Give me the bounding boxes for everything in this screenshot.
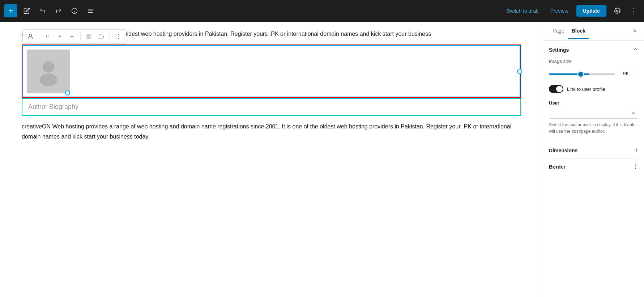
link-to-profile-label: Link to user profile [567, 86, 605, 92]
settings-collapse-button[interactable] [632, 46, 638, 54]
user-field-label: User [549, 100, 638, 106]
border-section-header[interactable]: Border ⋮ [549, 158, 638, 174]
image-size-label: Image size [549, 59, 638, 64]
user-section: User × Select the avatar user to display… [549, 100, 638, 135]
redo-button[interactable] [52, 4, 65, 17]
toolbar-separator-2 [80, 32, 81, 41]
undo-button[interactable] [36, 4, 49, 17]
main-container: registrations since 2001. It is one of t… [0, 22, 644, 297]
svg-point-11 [48, 36, 48, 37]
image-size-input[interactable]: 96 [619, 68, 638, 79]
block-toolbar: ⋮ [22, 29, 126, 44]
image-size-slider[interactable] [549, 73, 615, 75]
body-text: creativeON Web hosting provides a range … [22, 122, 521, 142]
dimensions-title: Dimensions [549, 148, 577, 153]
svg-point-12 [46, 38, 47, 38]
settings-section-title: Settings [549, 47, 569, 53]
avatar-person-icon [34, 57, 63, 86]
svg-point-10 [46, 36, 47, 37]
svg-point-20 [40, 74, 57, 86]
close-sidebar-button[interactable]: × [631, 26, 638, 36]
user-clear-button[interactable]: × [632, 110, 635, 116]
toolbar-separator-1 [39, 32, 39, 41]
list-view-button[interactable] [84, 4, 97, 17]
add-block-button[interactable]: + [4, 4, 17, 17]
svg-point-8 [46, 35, 47, 35]
biography-block[interactable]: Author Biography [22, 98, 521, 116]
settings-button[interactable] [611, 4, 624, 17]
svg-point-13 [48, 38, 48, 38]
biography-placeholder-text: Author Biography [28, 103, 78, 110]
editor-scroll[interactable]: registrations since 2001. It is one of t… [0, 22, 543, 297]
update-button[interactable]: Update [576, 5, 606, 17]
editor-area: registrations since 2001. It is one of t… [0, 22, 543, 297]
dimensions-add-button[interactable]: + [634, 147, 638, 154]
more-options-button[interactable]: ⋮ [628, 5, 640, 17]
more-styles-button[interactable] [96, 31, 107, 42]
body-text-content: creativeON Web hosting provides a range … [22, 123, 511, 140]
toolbar-right: Switch to draft Preview Update ⋮ [503, 4, 640, 17]
sidebar: Page Block × Settings Image size [543, 22, 644, 297]
switch-to-draft-button[interactable]: Switch to draft [503, 6, 542, 16]
resize-handle-right[interactable] [517, 69, 522, 74]
image-size-slider-row: 96 [549, 68, 638, 79]
sidebar-tabs: Page Block × [543, 22, 644, 41]
settings-section-header: Settings [549, 46, 638, 54]
avatar-image [27, 50, 70, 93]
selected-block-outer: ⋮ [22, 44, 521, 98]
border-more-button[interactable]: ⋮ [632, 163, 638, 170]
block-type-icon-button[interactable] [25, 31, 36, 42]
svg-point-7 [29, 34, 32, 37]
toolbar-separator-3 [110, 32, 110, 41]
main-toolbar: + [0, 0, 644, 22]
move-down-button[interactable] [67, 31, 77, 42]
info-button[interactable] [68, 4, 81, 17]
settings-section: Settings Image size 96 [549, 46, 638, 93]
border-title: Border [549, 164, 566, 170]
svg-point-18 [99, 34, 104, 39]
tab-page[interactable]: Page [549, 24, 568, 39]
user-input-row: × [549, 108, 638, 119]
preview-button[interactable]: Preview [547, 6, 572, 16]
user-search-input[interactable] [552, 111, 632, 116]
block-more-options-button[interactable]: ⋮ [113, 31, 124, 42]
svg-point-9 [48, 35, 48, 35]
dimensions-section-header[interactable]: Dimensions + [549, 142, 638, 158]
sidebar-content: Settings Image size 96 [543, 41, 644, 297]
edit-icon-button[interactable] [20, 4, 33, 17]
resize-handle-bottom[interactable] [65, 90, 70, 96]
link-to-profile-toggle[interactable] [549, 85, 563, 93]
image-size-slider-container [549, 70, 615, 77]
align-left-button[interactable] [84, 31, 94, 42]
drag-handle-button[interactable] [42, 31, 53, 42]
tab-block[interactable]: Block [568, 24, 589, 39]
svg-point-19 [43, 61, 54, 73]
user-hint-text: Select the avatar user to display, if it… [549, 122, 638, 135]
toolbar-left: + [4, 4, 500, 17]
avatar-block[interactable] [22, 45, 520, 97]
move-up-button[interactable] [54, 31, 65, 42]
svg-point-6 [617, 10, 618, 12]
link-to-profile-row: Link to user profile [549, 85, 638, 93]
